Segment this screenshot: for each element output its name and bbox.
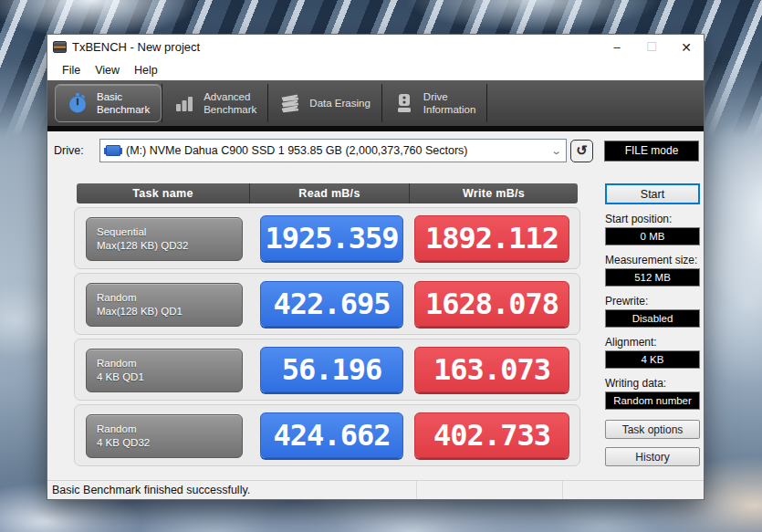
app-icon <box>53 41 67 53</box>
measurement-size-label: Measurement size: <box>605 254 700 266</box>
menu-view[interactable]: View <box>88 64 127 77</box>
stopwatch-icon <box>67 92 89 114</box>
tab-drive-information-label: DriveInformation <box>423 90 476 117</box>
drive-label: Drive: <box>54 144 99 157</box>
prewrite-label: Prewrite: <box>605 295 700 308</box>
desktop-background: TxBENCH - New project – ☐ ✕ File View He… <box>0 0 762 532</box>
table-row: Random Max(128 KB) QD1 422.695 1628.078 <box>74 273 580 335</box>
close-button[interactable]: ✕ <box>669 35 704 59</box>
maximize-button: ☐ <box>634 35 669 59</box>
tab-data-erasing-label: Data Erasing <box>309 97 370 110</box>
task-button-random-qd1[interactable]: Random Max(128 KB) QD1 <box>86 283 243 327</box>
table-row: Sequential Max(128 KB) QD32 1925.359 189… <box>74 207 580 269</box>
write-value: 402.733 <box>414 412 569 458</box>
read-value: 424.662 <box>260 412 403 458</box>
read-value: 422.695 <box>260 281 403 327</box>
task-options-button[interactable]: Task options <box>605 420 700 439</box>
drive-select[interactable]: (M:) NVMe Dahua C900 SSD 1 953.85 GB (2,… <box>99 139 567 162</box>
tab-bar: BasicBenchmark AdvancedBenchmark <box>47 80 704 131</box>
tab-basic-benchmark-label: BasicBenchmark <box>97 90 150 117</box>
menu-file[interactable]: File <box>55 64 88 77</box>
read-value: 1925.359 <box>260 215 403 261</box>
txbench-window: TxBENCH - New project – ☐ ✕ File View He… <box>47 34 705 500</box>
task-button-random-4k-qd32[interactable]: Random 4 KB QD32 <box>86 414 243 458</box>
table-header: Task name Read mB/s Write mB/s <box>77 183 578 203</box>
menu-help[interactable]: Help <box>127 64 165 77</box>
header-write: Write mB/s <box>409 183 578 203</box>
read-value: 56.196 <box>260 347 403 392</box>
history-button[interactable]: History <box>605 447 700 466</box>
header-read: Read mB/s <box>249 183 409 203</box>
drive-selected-value: (M:) NVMe Dahua C900 SSD 1 953.85 GB (2,… <box>126 144 548 157</box>
tab-drive-information[interactable]: DriveInformation <box>381 84 488 122</box>
task-button-sequential-qd32[interactable]: Sequential Max(128 KB) QD32 <box>86 217 243 261</box>
table-row: Random 4 KB QD32 424.662 402.733 <box>74 404 580 466</box>
writing-data-field[interactable]: Random number <box>605 391 700 410</box>
settings-panel: Start Start position: 0 MB Measurement s… <box>605 183 700 466</box>
alignment-field[interactable]: 4 KB <box>605 350 700 369</box>
status-cell <box>562 481 704 499</box>
drive-row: Drive: (M:) NVMe Dahua C900 SSD 1 953.85… <box>54 139 699 162</box>
chevron-down-icon: ⌄ <box>550 145 562 157</box>
drive-info-icon <box>393 92 415 114</box>
table-row: Random 4 KB QD1 56.196 163.073 <box>74 339 580 401</box>
bar-chart-icon <box>173 92 195 114</box>
start-position-label: Start position: <box>605 213 700 225</box>
drive-icon <box>106 145 120 156</box>
measurement-size-field[interactable]: 512 MB <box>605 268 700 287</box>
minimize-button[interactable]: – <box>600 35 634 59</box>
content-area: Drive: (M:) NVMe Dahua C900 SSD 1 953.85… <box>47 131 704 480</box>
prewrite-field[interactable]: Disabled <box>605 309 700 328</box>
tab-advanced-benchmark-label: AdvancedBenchmark <box>204 90 256 117</box>
write-value: 1892.112 <box>414 215 569 261</box>
file-mode-button[interactable]: FILE mode <box>604 141 699 162</box>
tab-advanced-benchmark[interactable]: AdvancedBenchmark <box>162 84 267 122</box>
alignment-label: Alignment: <box>605 336 700 349</box>
title-bar[interactable]: TxBENCH - New project – ☐ ✕ <box>47 35 704 59</box>
start-position-field[interactable]: 0 MB <box>605 227 700 245</box>
refresh-icon: ↺ <box>576 142 588 159</box>
task-button-random-4k-qd1[interactable]: Random 4 KB QD1 <box>86 349 243 392</box>
erase-waves-icon <box>279 92 301 114</box>
refresh-drives-button[interactable]: ↺ <box>570 140 593 162</box>
start-button[interactable]: Start <box>605 183 700 204</box>
window-title: TxBENCH - New project <box>72 40 200 54</box>
status-cell <box>416 481 562 499</box>
status-bar: Basic Benchmark finished successfully. <box>47 480 704 499</box>
tab-data-erasing[interactable]: Data Erasing <box>267 84 381 122</box>
write-value: 1628.078 <box>414 281 569 327</box>
write-value: 163.073 <box>414 347 569 392</box>
status-message: Basic Benchmark finished successfully. <box>47 484 416 496</box>
menu-bar: File View Help <box>47 59 704 80</box>
tab-basic-benchmark[interactable]: BasicBenchmark <box>55 84 162 122</box>
writing-data-label: Writing data: <box>605 377 700 390</box>
header-task-name: Task name <box>77 183 249 203</box>
benchmark-table: Task name Read mB/s Write mB/s Sequentia… <box>74 183 580 466</box>
